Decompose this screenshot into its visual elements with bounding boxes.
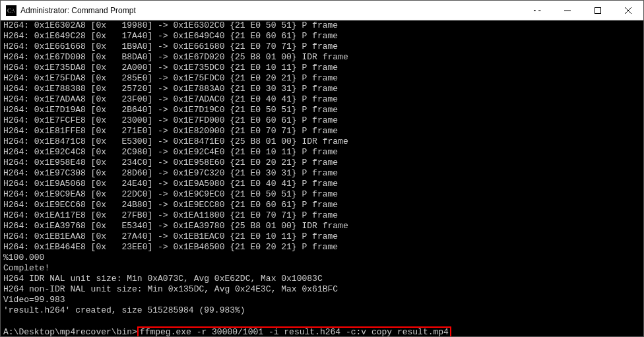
output-line: H264: 0x1E9A5068 [0x 24E40] -> 0x1E9A508… bbox=[3, 179, 641, 189]
output-line: H264: 0x1E7D19A8 [0x 2B640] -> 0x1E7D19C… bbox=[3, 105, 641, 115]
terminal-output[interactable]: H264: 0x1E6302A8 [0x 19980] -> 0x1E6302C… bbox=[1, 20, 643, 336]
output-line: H264: 0x1E75FDA8 [0x 285E0] -> 0x1E75FDC… bbox=[3, 73, 641, 84]
output-text: H264: 0x1E67D008 [0x B8DA0] -> 0x1E67D02… bbox=[3, 52, 348, 62]
output-text: H264: 0x1EB1EAA8 [0x 27A40] -> 0x1EB1EAC… bbox=[3, 231, 338, 241]
maximize-button[interactable] bbox=[583, 1, 613, 20]
output-text: H264: 0x1E735DA8 [0x 2A000] -> 0x1E735DC… bbox=[3, 63, 338, 73]
output-text: H264: 0x1E9C9EA8 [0x 22DC0] -> 0x1E9C9EC… bbox=[3, 189, 338, 199]
output-text: H264: 0x1E97C308 [0x 28D60] -> 0x1E97C32… bbox=[3, 168, 338, 178]
output-line: H264: 0x1E9ECC68 [0x 24B80] -> 0x1E9ECC8… bbox=[3, 200, 641, 210]
resize-hint-icon bbox=[522, 1, 552, 20]
output-line: H264: 0x1EA117E8 [0x 27FB0] -> 0x1EA1180… bbox=[3, 210, 641, 221]
titlebar: C:\ Administrator: Command Prompt bbox=[1, 1, 643, 20]
output-line: H264 IDR NAL unit size: Min 0xA073C, Avg… bbox=[3, 274, 641, 284]
output-line bbox=[3, 316, 641, 326]
prompt-path: A:\Desktop\mp4recover\bin> bbox=[3, 327, 137, 336]
output-text: H264: 0x1E7D19A8 [0x 2B640] -> 0x1E7D19C… bbox=[3, 105, 338, 115]
output-line: H264: 0x1E649C28 [0x 17A40] -> 0x1E649C4… bbox=[3, 31, 641, 42]
output-line: H264: 0x1E958E48 [0x 234C0] -> 0x1E958E6… bbox=[3, 158, 641, 168]
svg-text:C:\: C:\ bbox=[7, 7, 15, 14]
output-text: H264: 0x1E649C28 [0x 17A40] -> 0x1E649C4… bbox=[3, 31, 338, 41]
typed-command[interactable]: ffmpeg.exe -r 30000/1001 -i result.h264 … bbox=[137, 326, 451, 336]
output-text: H264 non-IDR NAL unit size: Min 0x135DC,… bbox=[3, 284, 338, 294]
prompt-line: A:\Desktop\mp4recover\bin>ffmpeg.exe -r … bbox=[3, 326, 641, 336]
window-title: Administrator: Command Prompt bbox=[20, 6, 136, 15]
output-text: Video=99.983 bbox=[3, 295, 65, 305]
output-text: H264: 0x1E958E48 [0x 234C0] -> 0x1E958E6… bbox=[3, 158, 338, 168]
output-line: H264: 0x1E7ADAA8 [0x 23F00] -> 0x1E7ADAC… bbox=[3, 94, 641, 105]
output-text: H264: 0x1E7ADAA8 [0x 23F00] -> 0x1E7ADAC… bbox=[3, 94, 338, 104]
output-line: H264: 0x1E97C308 [0x 28D60] -> 0x1E97C32… bbox=[3, 168, 641, 179]
svg-rect-2 bbox=[595, 7, 601, 13]
output-text: H264: 0x1EA39768 [0x E5340] -> 0x1EA3978… bbox=[3, 221, 348, 231]
output-text: H264: 0x1E81FFE8 [0x 271E0] -> 0x1E82000… bbox=[3, 126, 338, 136]
output-line: H264: 0x1E8471C8 [0x E5300] -> 0x1E8471E… bbox=[3, 137, 641, 147]
output-text: H264: 0x1E92C4C8 [0x 2C980] -> 0x1E92C4E… bbox=[3, 147, 338, 157]
output-text: H264: 0x1E8471C8 [0x E5300] -> 0x1E8471E… bbox=[3, 137, 348, 146]
output-text: H264: 0x1E75FDA8 [0x 285E0] -> 0x1E75FDC… bbox=[3, 73, 338, 83]
minimize-button[interactable] bbox=[552, 1, 583, 20]
output-line: H264: 0x1E81FFE8 [0x 271E0] -> 0x1E82000… bbox=[3, 126, 641, 137]
output-text: H264: 0x1E9ECC68 [0x 24B80] -> 0x1E9ECC8… bbox=[3, 200, 338, 210]
output-text: H264: 0x1EA117E8 [0x 27FB0] -> 0x1EA1180… bbox=[3, 210, 338, 220]
output-text: H264 IDR NAL unit size: Min 0xA073C, Avg… bbox=[3, 274, 323, 284]
output-line: H264: 0x1EB1EAA8 [0x 27A40] -> 0x1EB1EAC… bbox=[3, 231, 641, 242]
output-line: H264: 0x1EA39768 [0x E5340] -> 0x1EA3978… bbox=[3, 221, 641, 231]
output-line: H264 non-IDR NAL unit size: Min 0x135DC,… bbox=[3, 284, 641, 295]
output-line: Complete! bbox=[3, 263, 641, 274]
output-line: H264: 0x1E735DA8 [0x 2A000] -> 0x1E735DC… bbox=[3, 63, 641, 73]
close-button[interactable] bbox=[613, 1, 643, 20]
output-text: H264: 0x1E661668 [0x 1B9A0] -> 0x1E66168… bbox=[3, 42, 338, 51]
output-line: H264: 0x1E9C9EA8 [0x 22DC0] -> 0x1E9C9EC… bbox=[3, 189, 641, 200]
output-text: Complete! bbox=[3, 263, 49, 273]
output-text: H264: 0x1E788388 [0x 25720] -> 0x1E7883A… bbox=[3, 84, 338, 94]
output-text: %100.000 bbox=[3, 253, 44, 262]
output-line: H264: 0x1E67D008 [0x B8DA0] -> 0x1E67D02… bbox=[3, 52, 641, 63]
output-text: H264: 0x1E7FCFE8 [0x 23000] -> 0x1E7FD00… bbox=[3, 115, 338, 125]
output-line: Video=99.983 bbox=[3, 295, 641, 305]
output-line: %100.000 bbox=[3, 253, 641, 263]
output-text: H264: 0x1EB464E8 [0x 23EE0] -> 0x1EB4650… bbox=[3, 242, 338, 252]
output-line: H264: 0x1E6302A8 [0x 19980] -> 0x1E6302C… bbox=[3, 20, 641, 31]
output-line: H264: 0x1E92C4C8 [0x 2C980] -> 0x1E92C4E… bbox=[3, 147, 641, 158]
output-line: H264: 0x1E788388 [0x 25720] -> 0x1E7883A… bbox=[3, 84, 641, 94]
cmd-icon: C:\ bbox=[6, 5, 16, 16]
output-text: 'result.h264' created, size 515285984 (9… bbox=[3, 305, 245, 315]
output-text: H264: 0x1E6302A8 [0x 19980] -> 0x1E6302C… bbox=[3, 20, 338, 30]
output-line: H264: 0x1EB464E8 [0x 23EE0] -> 0x1EB4650… bbox=[3, 242, 641, 253]
output-text bbox=[3, 316, 9, 326]
output-text: H264: 0x1E9A5068 [0x 24E40] -> 0x1E9A508… bbox=[3, 179, 338, 189]
output-line: H264: 0x1E7FCFE8 [0x 23000] -> 0x1E7FD00… bbox=[3, 115, 641, 126]
output-line: 'result.h264' created, size 515285984 (9… bbox=[3, 305, 641, 316]
output-line: H264: 0x1E661668 [0x 1B9A0] -> 0x1E66168… bbox=[3, 42, 641, 52]
